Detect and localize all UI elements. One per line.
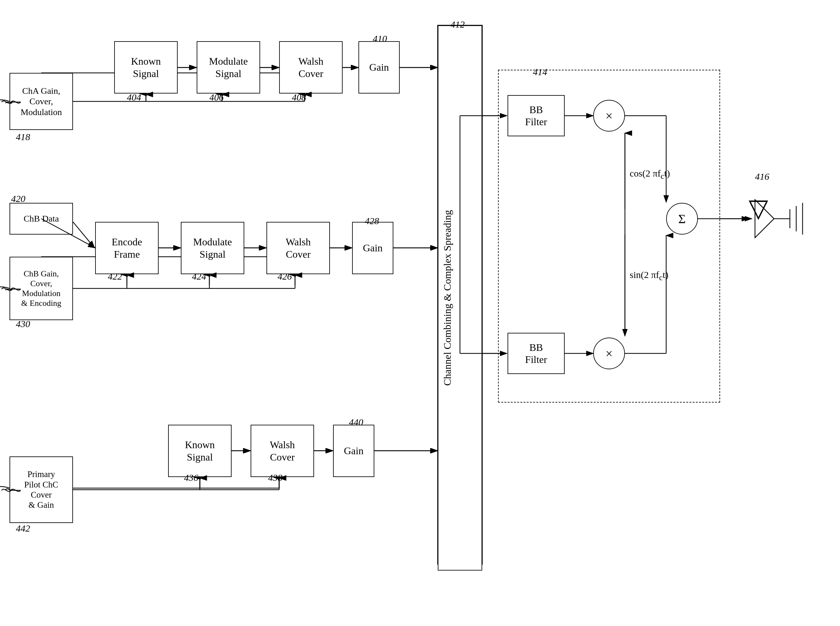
label-442: 442 <box>16 523 30 534</box>
label-438: 438 <box>268 472 282 483</box>
multiply-top-symbol: × <box>606 108 613 123</box>
label-426: 426 <box>278 271 292 282</box>
gain-c-block: Gain <box>333 425 374 477</box>
known-signal-c-block: KnownSignal <box>168 425 232 477</box>
primary-pilot-block: PrimaryPilot ChCCover& Gain <box>9 456 73 523</box>
walsh-cover-a-label: WalshCover <box>298 55 323 80</box>
gain-b-block: Gain <box>352 222 393 274</box>
label-410: 410 <box>373 33 387 44</box>
label-440: 440 <box>349 417 363 427</box>
known-signal-c-label: KnownSignal <box>185 439 215 463</box>
gain-a-block: Gain <box>358 41 400 94</box>
sin-label: sin(2 πfct) <box>630 269 668 282</box>
bb-filter-top-label: BBFilter <box>525 104 547 128</box>
primary-pilot-label: PrimaryPilot ChCCover& Gain <box>24 469 58 510</box>
label-412: 412 <box>451 19 465 30</box>
label-436: 436 <box>184 472 198 483</box>
bb-filter-top-block: BBFilter <box>507 95 565 136</box>
encode-frame-block: EncodeFrame <box>95 222 159 274</box>
chb-input-wavy: 〜 <box>5 285 13 296</box>
modulate-signal-a-label: ModulateSignal <box>209 55 248 80</box>
sum-block: Σ <box>666 203 698 235</box>
known-signal-a-label: KnownSignal <box>131 55 161 80</box>
chb-data-block: ChB Data <box>9 203 73 235</box>
modulate-signal-a-block: ModulateSignal <box>197 41 260 94</box>
multiply-top-block: × <box>593 100 625 131</box>
cha-input-wavy: 〜 <box>5 98 13 109</box>
label-414: 414 <box>533 67 547 77</box>
modulate-signal-b-block: ModulateSignal <box>181 222 244 274</box>
walsh-cover-b-label: WalshCover <box>286 236 311 260</box>
bb-filter-bottom-label: BBFilter <box>525 341 547 366</box>
label-420: 420 <box>11 193 25 204</box>
walsh-cover-c-label: WalshCover <box>270 439 295 463</box>
encode-frame-label: EncodeFrame <box>111 236 142 260</box>
walsh-cover-a-block: WalshCover <box>279 41 342 94</box>
gain-c-label: Gain <box>344 445 364 457</box>
label-408: 408 <box>292 92 306 103</box>
cha-gain-block: ChA Gain, Cover, Modulation <box>9 73 73 130</box>
walsh-cover-b-block: WalshCover <box>267 222 330 274</box>
chb-data-label: ChB Data <box>24 213 59 224</box>
svg-line-9 <box>73 222 94 248</box>
antenna-symbol: ▽ <box>749 193 768 223</box>
modulate-signal-b-label: ModulateSignal <box>193 236 232 260</box>
sum-symbol: Σ <box>678 211 686 226</box>
label-422: 422 <box>108 271 122 282</box>
label-406: 406 <box>209 92 224 103</box>
label-416: 416 <box>755 171 769 182</box>
label-424: 424 <box>192 271 206 282</box>
gain-b-label: Gain <box>363 242 383 254</box>
chb-gain-label: ChB Gain,Cover,Modulation& Encoding <box>21 269 61 308</box>
label-404: 404 <box>127 92 141 103</box>
cos-label: cos(2 πfct) <box>630 168 670 181</box>
label-428: 428 <box>365 216 379 226</box>
chc-input-wavy: 〜 <box>5 484 13 495</box>
label-430: 430 <box>16 319 30 329</box>
known-signal-a-block: KnownSignal <box>114 41 177 94</box>
multiply-bottom-block: × <box>593 338 625 369</box>
chb-gain-block: ChB Gain,Cover,Modulation& Encoding <box>9 257 73 320</box>
label-418: 418 <box>16 131 30 142</box>
walsh-cover-c-block: WalshCover <box>251 425 314 477</box>
channel-combining-box: Channel Combining & Complex Spreading <box>438 25 482 571</box>
bb-filter-bottom-block: BBFilter <box>507 333 565 374</box>
multiply-bottom-symbol: × <box>606 346 613 361</box>
gain-a-label: Gain <box>369 61 389 73</box>
channel-combining-label: Channel Combining & Complex Spreading <box>438 26 457 570</box>
cha-gain-label: ChA Gain, Cover, Modulation <box>13 86 70 117</box>
